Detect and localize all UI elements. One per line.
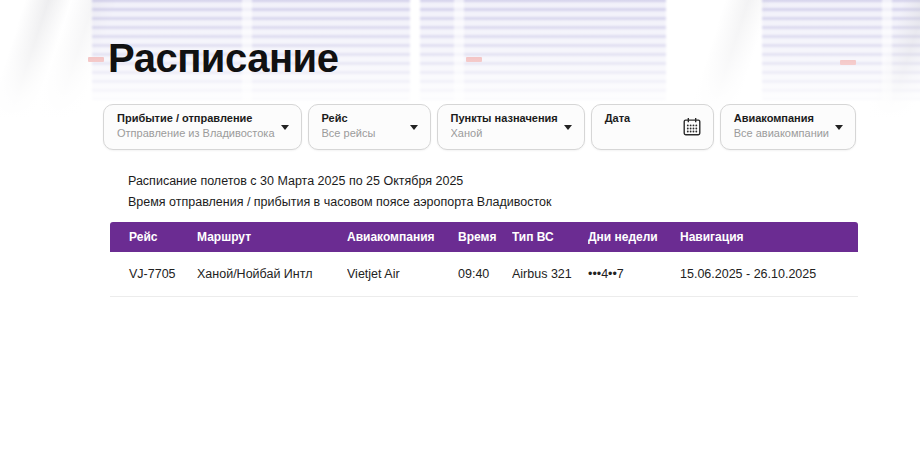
filter-arrival-departure[interactable]: Прибытие / отправление Отправление из Вл… (103, 104, 302, 150)
chevron-down-icon (835, 125, 843, 130)
cell-aircraft-type: Airbus 321 (512, 267, 588, 281)
filter-selected-value: Все рейсы (322, 127, 404, 139)
column-header-navigation: Навигация (680, 230, 858, 244)
column-header-route: Маршрут (197, 230, 347, 244)
filter-label: Авиакомпания (734, 112, 829, 124)
filter-selected-value: Отправление из Владивостока (117, 127, 275, 139)
column-header-weekdays: Дни недели (588, 230, 680, 244)
filter-airline[interactable]: Авиакомпания Все авиакомпании (720, 104, 856, 150)
filter-label: Прибытие / отправление (117, 112, 275, 124)
cell-route: Ханой/Нойбай Интл (197, 267, 347, 281)
schedule-table: Рейс Маршрут Авиакомпания Время Тип ВС Д… (110, 222, 858, 297)
chevron-down-icon (410, 125, 418, 130)
cell-airline: Vietjet Air (347, 267, 458, 281)
filter-flight[interactable]: Рейс Все рейсы (308, 104, 431, 150)
filter-label: Пункты назначения (451, 112, 558, 124)
table-header-row: Рейс Маршрут Авиакомпания Время Тип ВС Д… (110, 222, 858, 252)
table-row: VJ-7705 Ханой/Нойбай Интл Vietjet Air 09… (110, 252, 858, 297)
filter-bar: Прибытие / отправление Отправление из Вл… (103, 104, 856, 150)
page-title: Расписание (108, 34, 338, 82)
filter-label: Рейс (322, 112, 404, 124)
schedule-period-note: Расписание полетов с 30 Марта 2025 по 25… (128, 174, 463, 188)
chevron-down-icon (564, 125, 572, 130)
cell-time: 09:40 (458, 267, 512, 281)
calendar-icon (681, 116, 703, 138)
cell-weekdays: •••4••7 (588, 267, 680, 281)
column-header-flight: Рейс (110, 230, 197, 244)
column-header-time: Время (458, 230, 512, 244)
filter-destinations[interactable]: Пункты назначения Ханой (437, 104, 585, 150)
filter-selected-value: Все авиакомпании (734, 127, 829, 139)
cell-navigation-dates: 15.06.2025 - 26.10.2025 (680, 267, 858, 281)
column-header-airline: Авиакомпания (347, 230, 458, 244)
filter-date[interactable]: Дата (591, 104, 714, 150)
filter-label: Дата (605, 112, 687, 124)
column-header-aircraft: Тип ВС (512, 230, 588, 244)
timezone-note: Время отправления / прибытия в часовом п… (128, 195, 551, 209)
cell-flight-number: VJ-7705 (110, 267, 197, 281)
chevron-down-icon (281, 125, 289, 130)
filter-selected-value: Ханой (451, 127, 558, 139)
